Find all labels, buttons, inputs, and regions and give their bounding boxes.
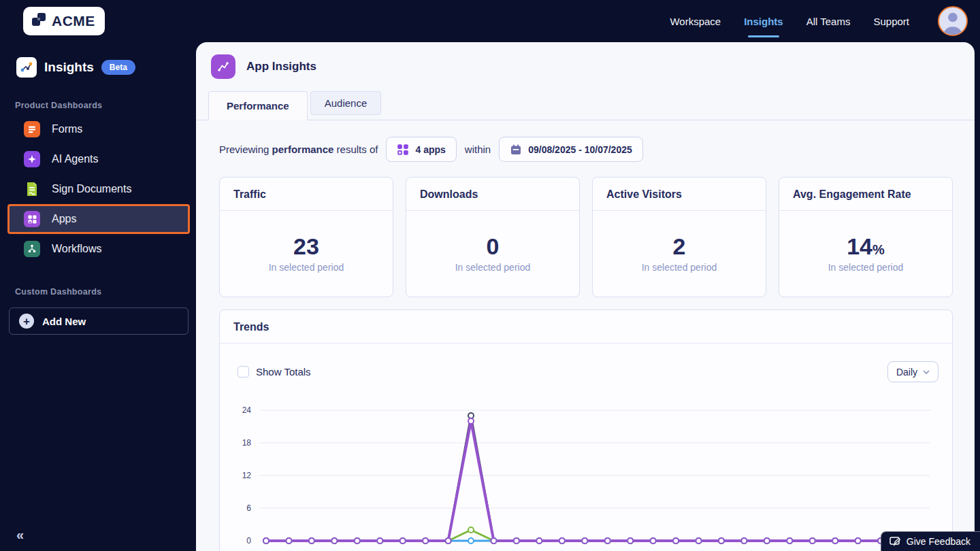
nav-insights[interactable]: Insights	[744, 16, 783, 27]
feedback-icon	[889, 537, 901, 547]
sidebar-item-apps[interactable]: Apps	[7, 204, 190, 234]
within-label: within	[465, 144, 491, 155]
apps-icon	[24, 211, 40, 227]
topbar: ACME Workspace Insights All Teams Suppor…	[0, 0, 980, 42]
stat-card-active-visitors: Active Visitors 2 In selected period	[592, 177, 766, 297]
engagement-rate-value: 14%	[847, 235, 885, 258]
interval-select[interactable]: Daily	[887, 361, 938, 382]
sidebar-item-workflows[interactable]: Workflows	[7, 234, 190, 264]
tabs: Performance Audience	[196, 90, 975, 120]
sidebar-item-label: AI Agents	[52, 153, 99, 165]
beta-badge: Beta	[101, 60, 135, 75]
user-avatar[interactable]	[938, 6, 968, 36]
trends-title: Trends	[220, 310, 952, 344]
sidebar-item-label: Apps	[52, 213, 76, 225]
sign-documents-icon	[24, 181, 40, 197]
app-insights-icon	[211, 54, 235, 79]
calendar-icon	[510, 144, 522, 156]
stat-card-downloads: Downloads 0 In selected period	[406, 177, 580, 297]
main-panel: App Insights Performance Audience Previe…	[196, 42, 975, 551]
active-visitors-value: 2	[673, 235, 686, 258]
traffic-value: 23	[293, 235, 319, 258]
sidebar-item-label: Workflows	[52, 243, 102, 255]
chevron-down-icon	[923, 370, 930, 374]
section-custom-dashboards: Custom Dashboards	[0, 264, 196, 301]
sidebar-title: Insights	[44, 60, 94, 75]
page-header: App Insights	[196, 42, 975, 90]
sidebar-item-ai-agents[interactable]: AI Agents	[7, 144, 190, 174]
nav-support[interactable]: Support	[873, 16, 909, 27]
svg-text:18: 18	[242, 438, 252, 448]
page-title: App Insights	[246, 60, 316, 73]
collapse-sidebar-button[interactable]: «	[16, 527, 24, 543]
acme-logo-icon	[30, 11, 48, 31]
svg-text:0: 0	[246, 536, 251, 546]
show-totals-checkbox[interactable]	[238, 366, 249, 378]
show-totals-toggle[interactable]: Show Totals	[238, 366, 311, 378]
nav-workspace[interactable]: Workspace	[670, 16, 721, 27]
filter-text: Previewing performance results of	[219, 144, 378, 155]
svg-text:6: 6	[246, 503, 251, 513]
forms-icon	[24, 121, 40, 137]
give-feedback-button[interactable]: Give Feedback	[881, 531, 980, 551]
nav-all-teams[interactable]: All Teams	[806, 16, 851, 27]
plus-icon: +	[19, 314, 34, 329]
stat-card-engagement-rate: Avg. Engagement Rate 14% In selected per…	[779, 177, 953, 297]
sidebar-item-label: Sign Documents	[52, 183, 131, 195]
sidebar-item-sign-documents[interactable]: Sign Documents	[7, 174, 190, 204]
section-product-dashboards: Product Dashboards	[0, 78, 196, 114]
insights-logo-icon	[16, 57, 37, 78]
acme-logo[interactable]: ACME	[23, 7, 105, 35]
stat-cards: Traffic 23 In selected period Downloads …	[219, 177, 953, 297]
trends-chart: 06121824	[220, 397, 952, 551]
svg-text:12: 12	[242, 471, 252, 480]
sidebar-item-label: Forms	[52, 123, 82, 135]
apps-select[interactable]: 4 apps	[386, 137, 456, 162]
sidebar: Insights Beta Product Dashboards Forms A…	[0, 42, 196, 551]
person-icon	[939, 6, 966, 36]
filter-row: Previewing performance results of 4 apps…	[219, 137, 953, 162]
sidebar-header: Insights Beta	[0, 42, 196, 78]
tab-performance[interactable]: Performance	[208, 91, 308, 120]
downloads-value: 0	[487, 235, 500, 258]
date-range-select[interactable]: 09/08/2025 - 10/07/2025	[499, 137, 643, 162]
add-new-button[interactable]: + Add New	[9, 307, 189, 335]
panel-content: Previewing performance results of 4 apps…	[196, 120, 975, 551]
apps-grid-icon	[397, 144, 409, 156]
workflows-icon	[24, 241, 40, 257]
stat-card-traffic: Traffic 23 In selected period	[219, 177, 393, 297]
svg-text:24: 24	[242, 405, 252, 415]
trends-card: Trends Show Totals Daily 06121824	[219, 310, 953, 551]
acme-logo-text: ACME	[52, 13, 95, 29]
top-navigation: Workspace Insights All Teams Support	[670, 6, 968, 36]
ai-agents-icon	[24, 151, 40, 167]
tab-audience[interactable]: Audience	[310, 91, 382, 115]
sidebar-item-forms[interactable]: Forms	[7, 114, 190, 144]
